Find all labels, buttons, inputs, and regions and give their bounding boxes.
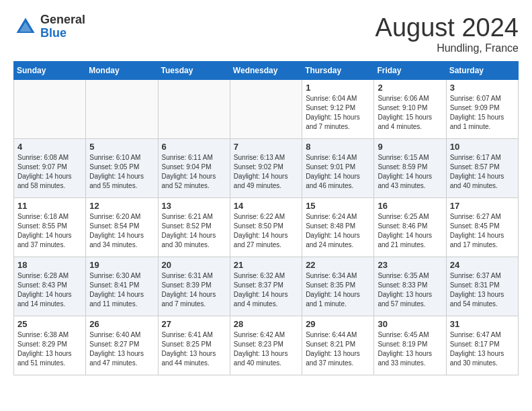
day-info: Sunrise: 6:41 AM Sunset: 8:25 PM Dayligh… [162, 330, 226, 368]
calendar-day-cell: 14Sunrise: 6:22 AM Sunset: 8:50 PM Dayli… [230, 198, 302, 257]
weekday-header-wednesday: Wednesday [230, 62, 302, 80]
weekday-header-thursday: Thursday [302, 62, 374, 80]
page-header: General Blue August 2024 Hundling, Franc… [13, 13, 519, 54]
day-info: Sunrise: 6:32 AM Sunset: 8:37 PM Dayligh… [234, 271, 298, 309]
day-info: Sunrise: 6:14 AM Sunset: 9:01 PM Dayligh… [306, 153, 370, 191]
weekday-header-tuesday: Tuesday [158, 62, 230, 80]
calendar-day-cell: 7Sunrise: 6:13 AM Sunset: 9:02 PM Daylig… [230, 139, 302, 198]
calendar-day-cell: 3Sunrise: 6:07 AM Sunset: 9:09 PM Daylig… [446, 80, 518, 139]
day-number: 1 [306, 83, 370, 93]
day-info: Sunrise: 6:28 AM Sunset: 8:43 PM Dayligh… [17, 271, 82, 309]
calendar-day-cell: 29Sunrise: 6:44 AM Sunset: 8:21 PM Dayli… [302, 316, 374, 375]
day-number: 15 [306, 201, 370, 211]
calendar-day-cell: 13Sunrise: 6:21 AM Sunset: 8:52 PM Dayli… [158, 198, 230, 257]
day-number: 13 [162, 201, 226, 211]
day-info: Sunrise: 6:42 AM Sunset: 8:23 PM Dayligh… [234, 330, 298, 368]
logo-text: General Blue [40, 13, 85, 40]
day-number: 2 [378, 83, 442, 93]
logo-icon [13, 15, 38, 39]
calendar-table: SundayMondayTuesdayWednesdayThursdayFrid… [13, 61, 519, 375]
calendar-week-row: 11Sunrise: 6:18 AM Sunset: 8:55 PM Dayli… [14, 198, 519, 257]
day-number: 9 [378, 142, 442, 152]
calendar-day-cell [158, 80, 230, 139]
day-number: 19 [89, 260, 154, 270]
day-info: Sunrise: 6:18 AM Sunset: 8:55 PM Dayligh… [17, 212, 82, 250]
calendar-day-cell: 26Sunrise: 6:40 AM Sunset: 8:27 PM Dayli… [86, 316, 158, 375]
day-info: Sunrise: 6:17 AM Sunset: 8:57 PM Dayligh… [450, 153, 515, 191]
day-number: 3 [450, 83, 515, 93]
calendar-day-cell: 15Sunrise: 6:24 AM Sunset: 8:48 PM Dayli… [302, 198, 374, 257]
day-info: Sunrise: 6:30 AM Sunset: 8:41 PM Dayligh… [89, 271, 154, 309]
day-info: Sunrise: 6:10 AM Sunset: 9:05 PM Dayligh… [89, 153, 154, 191]
day-number: 16 [378, 201, 442, 211]
logo-general-label: General [40, 13, 85, 27]
calendar-week-row: 25Sunrise: 6:38 AM Sunset: 8:29 PM Dayli… [14, 316, 519, 375]
weekday-header-friday: Friday [374, 62, 446, 80]
day-info: Sunrise: 6:24 AM Sunset: 8:48 PM Dayligh… [306, 212, 370, 250]
calendar-day-cell: 18Sunrise: 6:28 AM Sunset: 8:43 PM Dayli… [14, 257, 86, 316]
day-info: Sunrise: 6:25 AM Sunset: 8:46 PM Dayligh… [378, 212, 442, 250]
calendar-day-cell: 23Sunrise: 6:35 AM Sunset: 8:33 PM Dayli… [374, 257, 446, 316]
calendar-week-row: 1Sunrise: 6:04 AM Sunset: 9:12 PM Daylig… [14, 80, 519, 139]
day-info: Sunrise: 6:38 AM Sunset: 8:29 PM Dayligh… [17, 330, 82, 368]
calendar-week-row: 18Sunrise: 6:28 AM Sunset: 8:43 PM Dayli… [14, 257, 519, 316]
day-info: Sunrise: 6:35 AM Sunset: 8:33 PM Dayligh… [378, 271, 442, 309]
calendar-day-cell [14, 80, 86, 139]
calendar-day-cell: 17Sunrise: 6:27 AM Sunset: 8:45 PM Dayli… [446, 198, 518, 257]
day-info: Sunrise: 6:47 AM Sunset: 8:17 PM Dayligh… [450, 330, 515, 368]
day-info: Sunrise: 6:37 AM Sunset: 8:31 PM Dayligh… [450, 271, 515, 309]
location-label: Hundling, France [375, 42, 519, 54]
calendar-day-cell: 27Sunrise: 6:41 AM Sunset: 8:25 PM Dayli… [158, 316, 230, 375]
logo: General Blue [13, 13, 85, 40]
calendar-day-cell: 6Sunrise: 6:11 AM Sunset: 9:04 PM Daylig… [158, 139, 230, 198]
weekday-header-saturday: Saturday [446, 62, 518, 80]
calendar-day-cell: 4Sunrise: 6:08 AM Sunset: 9:07 PM Daylig… [14, 139, 86, 198]
calendar-day-cell: 9Sunrise: 6:15 AM Sunset: 8:59 PM Daylig… [374, 139, 446, 198]
weekday-header-monday: Monday [86, 62, 158, 80]
calendar-day-cell [86, 80, 158, 139]
day-number: 20 [162, 260, 226, 270]
day-number: 30 [378, 319, 442, 329]
day-info: Sunrise: 6:44 AM Sunset: 8:21 PM Dayligh… [306, 330, 370, 368]
day-info: Sunrise: 6:22 AM Sunset: 8:50 PM Dayligh… [234, 212, 298, 250]
calendar-day-cell: 24Sunrise: 6:37 AM Sunset: 8:31 PM Dayli… [446, 257, 518, 316]
calendar-day-cell: 31Sunrise: 6:47 AM Sunset: 8:17 PM Dayli… [446, 316, 518, 375]
logo-blue-label: Blue [40, 27, 85, 40]
day-number: 4 [17, 142, 82, 152]
day-number: 6 [162, 142, 226, 152]
day-number: 5 [89, 142, 154, 152]
calendar-day-cell: 16Sunrise: 6:25 AM Sunset: 8:46 PM Dayli… [374, 198, 446, 257]
calendar-day-cell: 28Sunrise: 6:42 AM Sunset: 8:23 PM Dayli… [230, 316, 302, 375]
calendar-day-cell: 10Sunrise: 6:17 AM Sunset: 8:57 PM Dayli… [446, 139, 518, 198]
day-info: Sunrise: 6:06 AM Sunset: 9:10 PM Dayligh… [378, 94, 442, 132]
day-info: Sunrise: 6:45 AM Sunset: 8:19 PM Dayligh… [378, 330, 442, 368]
day-number: 24 [450, 260, 515, 270]
calendar-day-cell: 1Sunrise: 6:04 AM Sunset: 9:12 PM Daylig… [302, 80, 374, 139]
day-number: 11 [17, 201, 82, 211]
day-number: 12 [89, 201, 154, 211]
day-info: Sunrise: 6:11 AM Sunset: 9:04 PM Dayligh… [162, 153, 226, 191]
calendar-day-cell: 11Sunrise: 6:18 AM Sunset: 8:55 PM Dayli… [14, 198, 86, 257]
title-block: August 2024 Hundling, France [375, 13, 519, 54]
day-number: 14 [234, 201, 298, 211]
month-title: August 2024 [375, 13, 519, 42]
day-info: Sunrise: 6:15 AM Sunset: 8:59 PM Dayligh… [378, 153, 442, 191]
calendar-day-cell [230, 80, 302, 139]
day-info: Sunrise: 6:27 AM Sunset: 8:45 PM Dayligh… [450, 212, 515, 250]
calendar-day-cell: 22Sunrise: 6:34 AM Sunset: 8:35 PM Dayli… [302, 257, 374, 316]
day-number: 27 [162, 319, 226, 329]
day-number: 10 [450, 142, 515, 152]
weekday-header-sunday: Sunday [14, 62, 86, 80]
calendar-day-cell: 5Sunrise: 6:10 AM Sunset: 9:05 PM Daylig… [86, 139, 158, 198]
day-info: Sunrise: 6:40 AM Sunset: 8:27 PM Dayligh… [89, 330, 154, 368]
calendar-day-cell: 12Sunrise: 6:20 AM Sunset: 8:54 PM Dayli… [86, 198, 158, 257]
day-info: Sunrise: 6:04 AM Sunset: 9:12 PM Dayligh… [306, 94, 370, 132]
day-number: 7 [234, 142, 298, 152]
day-number: 23 [378, 260, 442, 270]
day-number: 28 [234, 319, 298, 329]
calendar-day-cell: 30Sunrise: 6:45 AM Sunset: 8:19 PM Dayli… [374, 316, 446, 375]
day-number: 17 [450, 201, 515, 211]
calendar-week-row: 4Sunrise: 6:08 AM Sunset: 9:07 PM Daylig… [14, 139, 519, 198]
day-info: Sunrise: 6:08 AM Sunset: 9:07 PM Dayligh… [17, 153, 82, 191]
day-info: Sunrise: 6:07 AM Sunset: 9:09 PM Dayligh… [450, 94, 515, 132]
